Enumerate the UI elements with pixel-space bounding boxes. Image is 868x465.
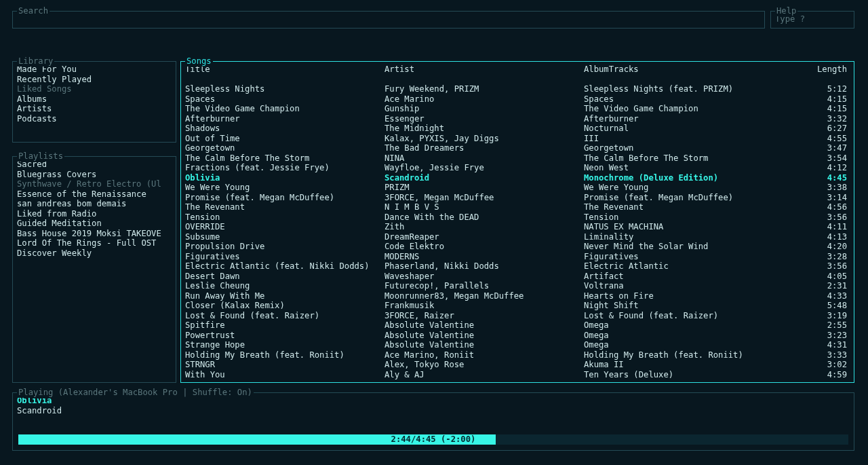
library-item[interactable]: Podcasts: [17, 114, 172, 124]
song-title: The Calm Before The Storm: [185, 153, 384, 164]
song-row[interactable]: The Calm Before The StormNINAThe Calm Be…: [185, 153, 850, 164]
song-title: Propulsion Drive: [185, 242, 384, 252]
song-row[interactable]: Lost & Found (feat. Raizer)3FORCE, Raize…: [185, 311, 850, 321]
song-row[interactable]: Sleepless NightsFury Weekend, PRIZMSleep…: [185, 84, 850, 94]
song-length: 3:32: [783, 114, 850, 124]
song-row[interactable]: With YouAly & AJTen Years (Deluxe)4:59: [185, 370, 850, 380]
song-length: 4:33: [783, 291, 850, 301]
song-row[interactable]: Run Away With MeMoonrunner83, Megan McDu…: [185, 291, 850, 301]
library-item[interactable]: Albums: [17, 94, 172, 105]
song-album: Akuma II: [584, 360, 783, 370]
song-title: Figuratives: [185, 252, 384, 262]
song-artist: Dance With the DEAD: [384, 212, 584, 223]
col-album[interactable]: AlbumTracks: [584, 64, 783, 75]
song-row[interactable]: GeorgetownThe Bad DreamersGeorgetown3:47: [185, 143, 850, 153]
progress-bar[interactable]: 2:44/4:45 (-2:00): [18, 434, 848, 445]
song-artist: Ace Marino: [384, 94, 584, 105]
song-artist: Aly & AJ: [384, 370, 584, 380]
song-length: 3:14: [783, 193, 850, 203]
song-album: Hearts on Fire: [584, 291, 783, 301]
song-row[interactable]: The Video Game ChampionGunshipThe Video …: [185, 104, 850, 114]
song-album: Promise (feat. Megan McDuffee): [584, 193, 783, 203]
playing-title: Playing (Alexander's MacBook Pro | Shuff…: [17, 388, 254, 398]
playing-panel: Playing (Alexander's MacBook Pro | Shuff…: [12, 392, 854, 451]
song-row[interactable]: SpacesAce MarinoSpaces4:15: [185, 94, 850, 105]
playlist-item[interactable]: Bass House 2019 Moksi TAKEOVE: [17, 229, 172, 239]
song-row[interactable]: Holding My Breath (feat. Roniit)Ace Mari…: [185, 350, 850, 360]
playlist-item[interactable]: Essence of the Renaissance: [17, 189, 172, 200]
song-album: III: [584, 134, 783, 144]
song-length: 3:56: [783, 212, 850, 223]
song-artist: Kalax, PYXIS, Jay Diggs: [384, 134, 584, 144]
song-row[interactable]: TensionDance With the DEADTension3:56: [185, 212, 850, 223]
song-artist: Waveshaper: [384, 272, 584, 282]
song-artist: The Bad Dreamers: [384, 143, 584, 153]
song-title: The Revenant: [185, 202, 384, 212]
song-row[interactable]: Electric Atlantic (feat. Nikki Dodds)Pha…: [185, 261, 850, 272]
song-album: Sleepless Nights (feat. PRIZM): [584, 84, 783, 94]
search-input[interactable]: [13, 12, 764, 28]
col-title[interactable]: Title: [185, 64, 384, 75]
song-row[interactable]: ObliviaScandroidMonochrome (Deluxe Editi…: [185, 173, 850, 183]
songs-header: TitleArtistAlbumTracksLength: [185, 64, 850, 75]
song-album: The Revenant: [584, 202, 783, 212]
song-artist: Absolute Valentine: [384, 340, 584, 350]
song-artist: Frankmusik: [384, 301, 584, 311]
song-album: The Calm Before The Storm: [584, 153, 783, 164]
song-title: Lost & Found (feat. Raizer): [185, 311, 384, 321]
song-row[interactable]: PowertrustAbsolute ValentineOmega3:23: [185, 331, 850, 341]
song-row[interactable]: ShadowsThe MidnightNocturnal6:27: [185, 124, 850, 134]
library-item[interactable]: Artists: [17, 104, 172, 114]
song-row[interactable]: AfterburnerEssengerAfterburner3:32: [185, 114, 850, 124]
song-title: With You: [185, 370, 384, 380]
song-row[interactable]: Fractions (feat. Jessie Frye)Wayfloe, Je…: [185, 163, 850, 173]
playlist-item[interactable]: Discover Weekly: [17, 248, 172, 259]
song-length: 4:13: [783, 232, 850, 242]
song-length: 2:31: [783, 281, 850, 291]
song-row[interactable]: Promise (feat. Megan McDuffee)3FORCE, Me…: [185, 193, 850, 203]
song-row[interactable]: SpitfireAbsolute ValentineOmega2:55: [185, 320, 850, 331]
song-album: Omega: [584, 331, 783, 341]
library-title: Library: [17, 56, 54, 67]
song-row[interactable]: Desert DawnWaveshaperArtifact4:05: [185, 272, 850, 282]
song-artist: Phaserland, Nikki Dodds: [384, 261, 584, 272]
col-artist[interactable]: Artist: [384, 64, 584, 75]
song-title: Fractions (feat. Jessie Frye): [185, 163, 384, 173]
song-row[interactable]: We Were YoungPRIZMWe Were Young3:38: [185, 183, 850, 193]
song-album: The Video Game Champion: [584, 104, 783, 114]
library-item[interactable]: Recently Played: [17, 75, 172, 85]
song-album: Nocturnal: [584, 124, 783, 134]
song-title: Closer (Kalax Remix): [185, 301, 384, 311]
song-length: 3:38: [783, 183, 850, 193]
song-album: Holding My Breath (feat. Roniit): [584, 350, 783, 360]
playlist-item[interactable]: san andreas bom demais: [17, 199, 172, 209]
col-length[interactable]: Length: [783, 64, 850, 75]
help-panel: Help Type ?: [770, 11, 854, 29]
song-row[interactable]: Leslie CheungFuturecop!, ParallelsVoltra…: [185, 281, 850, 291]
playlist-item[interactable]: Synthwave / Retro Electro (Ul: [17, 179, 172, 189]
song-length: 4:45: [783, 173, 850, 183]
song-row[interactable]: STRNGRAlex, Tokyo RoseAkuma II3:02: [185, 360, 850, 370]
song-title: The Video Game Champion: [185, 104, 384, 114]
song-row[interactable]: Propulsion DriveCode ElektroNever Mind t…: [185, 242, 850, 252]
song-artist: Scandroid: [384, 173, 584, 183]
song-length: 3:23: [783, 331, 850, 341]
playlist-item[interactable]: Guided Meditation: [17, 219, 172, 229]
song-row[interactable]: The RevenantN I M B V SThe Revenant4:56: [185, 202, 850, 212]
search-panel: Search: [12, 11, 765, 29]
song-artist: Absolute Valentine: [384, 320, 584, 331]
song-row[interactable]: Strange HopeAbsolute ValentineOmega4:31: [185, 340, 850, 350]
playlist-item[interactable]: Lord Of The Rings - Full OST: [17, 238, 172, 248]
library-item[interactable]: Liked Songs: [17, 84, 172, 94]
search-title: Search: [17, 6, 50, 16]
playlist-item[interactable]: Bluegrass Covers: [17, 170, 172, 180]
song-row[interactable]: OVERRIDEZithNATUS EX MACHINA4:11: [185, 222, 850, 232]
song-row[interactable]: Out of TimeKalax, PYXIS, Jay DiggsIII4:5…: [185, 134, 850, 144]
song-row[interactable]: Closer (Kalax Remix)FrankmusikNight Shif…: [185, 301, 850, 311]
song-row[interactable]: SubsumeDreamReaperLiminality4:13: [185, 232, 850, 242]
song-row[interactable]: FigurativesMODERNSFiguratives3:28: [185, 252, 850, 262]
song-length: 3:19: [783, 311, 850, 321]
song-artist: NINA: [384, 153, 584, 164]
playlist-item[interactable]: Liked from Radio: [17, 209, 172, 219]
songs-panel: Songs TitleArtistAlbumTracksLengthSleepl…: [180, 61, 854, 383]
